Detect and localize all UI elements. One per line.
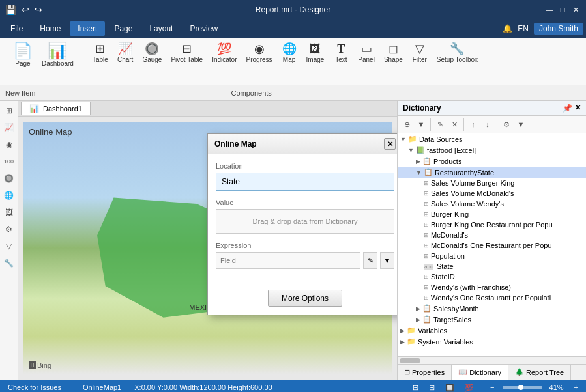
ribbon-indicator-button[interactable]: 💯 Indicator [208, 40, 241, 66]
tree-restaurantbystate[interactable]: ▼ 📋 RestaurantbyState [398, 167, 586, 178]
ribbon-gauge-button[interactable]: 🔘 Gauge [138, 40, 166, 66]
tree-variables[interactable]: ▶ 📁 Variables [398, 325, 586, 336]
ribbon-image-button[interactable]: 🖼 Image [302, 40, 329, 66]
tree-sys-variables[interactable]: ▶ 📁 System Variables [398, 336, 586, 347]
dict-down-button[interactable]: ↓ [481, 118, 494, 131]
tree-sales-burger[interactable]: ⊞ Sales Volume Burger King [398, 178, 586, 188]
menu-page[interactable]: Page [106, 21, 140, 36]
ribbon-progress-button[interactable]: ◉ Progress [242, 40, 276, 66]
save-icon[interactable]: 💾 [5, 5, 16, 15]
panel-label: Panel [358, 56, 375, 63]
dict-hscrollbar[interactable] [398, 356, 586, 364]
sidebar-btn-image[interactable]: 🖼 [2, 205, 16, 219]
maximize-button[interactable]: □ [557, 5, 568, 15]
datasources-label: Data Sources [419, 135, 463, 143]
sidebar-btn-tools[interactable]: 🔧 [2, 256, 16, 270]
sidebar-btn-filter[interactable]: ▽ [2, 239, 16, 253]
ribbon-filter-button[interactable]: ▽ Filter [408, 40, 432, 66]
dictionary-close-icon[interactable]: ✕ [575, 104, 581, 113]
status-icon4[interactable]: 💯 [462, 384, 476, 392]
menu-insert[interactable]: Insert [70, 21, 105, 36]
tree-mcdonalds-pop[interactable]: ⊞ McDonald's One Restaurant per Popu [398, 240, 586, 251]
modal-titlebar[interactable]: Online Map ✕ [208, 134, 397, 154]
tree-targetsales[interactable]: ▶ 📋 TargetSales [398, 314, 586, 325]
sidebar-btn-number[interactable]: 100 [2, 154, 16, 169]
menu-home[interactable]: Home [32, 21, 68, 36]
ribbon-pivot-button[interactable]: ⊟ Pivot Table [167, 40, 207, 66]
tree-sales-wendy[interactable]: ⊞ Sales Volume Wendy's [398, 199, 586, 209]
close-button[interactable]: ✕ [570, 5, 581, 15]
zoom-in-button[interactable]: + [572, 384, 581, 391]
tree-sales-mcd[interactable]: ⊞ Sales Volume McDonald's [398, 188, 586, 199]
tree-state[interactable]: abc State [398, 261, 586, 272]
ribbon-text-button[interactable]: T Text [329, 40, 353, 66]
expression-edit-button[interactable]: ✎ [363, 252, 377, 269]
tree-data-sources[interactable]: ▼ 📁 Data Sources [398, 133, 586, 145]
sidebar-btn-circle2[interactable]: 🔘 [2, 171, 16, 186]
ribbon-chart-button[interactable]: 📈 Chart [113, 40, 137, 66]
tree-burger-king-pop[interactable]: ⊞ Burger King One Restaurant per Popu [398, 219, 586, 230]
wendys-pop-label: Wendy's One Restaurant per Populati [431, 294, 551, 301]
dict-delete-button[interactable]: ✕ [448, 118, 461, 131]
zoom-slider[interactable] [503, 386, 542, 389]
ribbon-setup-button[interactable]: 🔧 Setup Toolbox [433, 40, 482, 66]
menu-preview[interactable]: Preview [182, 21, 226, 36]
dict-edit-button[interactable]: ✎ [433, 118, 447, 131]
sidebar-btn-map[interactable]: 🌐 [2, 188, 16, 203]
status-icon3[interactable]: 🔲 [443, 384, 457, 392]
tree-salesbymonth[interactable]: ▶ 📋 SalesbyMonth [398, 303, 586, 314]
dict-hscroll-thumb[interactable] [400, 358, 420, 363]
sidebar-btn-chart[interactable]: 📈 [2, 120, 16, 135]
undo-icon[interactable]: ↩ [22, 5, 29, 15]
dict-settings-button[interactable]: ⚙ [500, 118, 513, 131]
title-bar-title: Report.mrt - Designer [256, 5, 330, 14]
notification-icon[interactable]: 🔔 [503, 24, 512, 33]
tab-report-tree[interactable]: 🌲 Report Tree [508, 365, 571, 380]
tree-products[interactable]: ▶ 📋 Products [398, 156, 586, 167]
dict-up-button[interactable]: ↑ [467, 118, 480, 131]
new-item-label[interactable]: New Item [5, 89, 35, 97]
ribbon-table-button[interactable]: ⊞ Table [89, 40, 112, 66]
tab-properties[interactable]: ⊟ Properties [398, 365, 452, 380]
tree-wendys-pop[interactable]: ⊞ Wendy's One Restaurant per Populati [398, 292, 586, 303]
redo-icon[interactable]: ↪ [35, 5, 42, 15]
tree-fastfood[interactable]: ▼ 📗 fastfood [Excel] [398, 145, 586, 156]
pin-icon[interactable]: 📌 [563, 104, 572, 113]
expression-input[interactable] [216, 252, 360, 269]
status-icon1[interactable]: ⊟ [410, 384, 421, 392]
tree-wendys[interactable]: ⊞ Wendy's (with Franchise) [398, 282, 586, 292]
minimize-button[interactable]: — [544, 5, 555, 15]
tree-burger-king[interactable]: ⊞ Burger King [398, 209, 586, 219]
ribbon-dashboard-button[interactable]: 📊 Dashboard [38, 40, 78, 70]
more-options-button[interactable]: More Options [268, 290, 342, 307]
dict-dropdown-button[interactable]: ▼ [415, 118, 428, 131]
pivot-label: Pivot Table [171, 56, 203, 63]
menu-file[interactable]: File [3, 21, 31, 36]
sidebar-btn-settings[interactable]: ⚙ [2, 222, 16, 236]
sidebar-btn-circle[interactable]: ◉ [2, 137, 16, 152]
expression-dropdown-button[interactable]: ▼ [380, 252, 394, 269]
sidebar-btn-grid[interactable]: ⊞ [2, 104, 16, 118]
wendys-icon: ⊞ [424, 284, 429, 290]
status-icon2[interactable]: ⊞ [426, 384, 437, 392]
tab-dictionary[interactable]: 📖 Dictionary [452, 365, 508, 380]
dict-settings-dropdown[interactable]: ▼ [514, 118, 527, 131]
tree-mcdonalds[interactable]: ⊞ McDonald's [398, 230, 586, 240]
zoom-thumb [518, 385, 523, 390]
ribbon-shape-button[interactable]: ◻ Shape [380, 40, 407, 66]
language-selector[interactable]: EN [518, 24, 529, 33]
mcdonalds-label: McDonald's [431, 231, 468, 239]
zoom-out-button[interactable]: − [488, 384, 497, 391]
sysvars-arrow: ▶ [400, 339, 405, 345]
location-input[interactable] [216, 173, 394, 191]
tree-population[interactable]: ⊞ Population [398, 251, 586, 261]
check-issues-button[interactable]: Check for Issues [5, 384, 64, 391]
ribbon-map-button[interactable]: 🌐 Map [278, 40, 301, 66]
menu-layout[interactable]: Layout [141, 21, 181, 36]
value-drop-area[interactable]: Drag & drop data from Dictionary [216, 209, 394, 234]
tree-stateid[interactable]: ⊞ StateID [398, 272, 586, 282]
dict-add-button[interactable]: ⊕ [400, 118, 413, 131]
ribbon-page-button[interactable]: 📄 Page [9, 40, 37, 70]
ribbon-panel-button[interactable]: ▭ Panel [354, 40, 379, 66]
modal-close-button[interactable]: ✕ [384, 138, 396, 150]
